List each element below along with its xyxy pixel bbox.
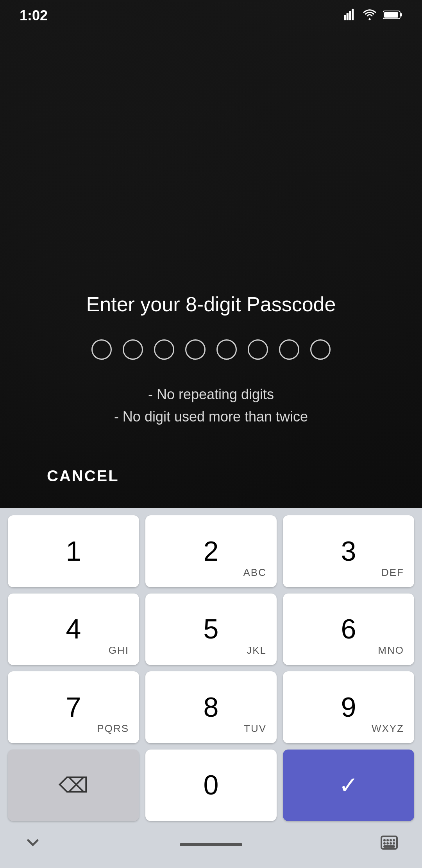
- status-icons: [344, 7, 402, 24]
- key-9-sub: WXYZ: [372, 723, 404, 735]
- confirm-button[interactable]: ✓: [283, 750, 414, 821]
- keyboard-row-1: 1 2 ABC 3 DEF: [8, 515, 414, 587]
- svg-rect-1: [347, 13, 349, 20]
- passcode-dot-1: [91, 339, 112, 360]
- confirm-icon: ✓: [339, 771, 358, 799]
- svg-rect-3: [352, 9, 354, 20]
- delete-button[interactable]: ⌫: [8, 750, 139, 821]
- battery-icon: [383, 7, 402, 24]
- key-4-sub: GHI: [109, 644, 129, 656]
- key-2[interactable]: 2 ABC: [145, 515, 277, 587]
- passcode-rules: - No repeating digits - No digit used mo…: [114, 383, 308, 428]
- key-4[interactable]: 4 GHI: [8, 594, 139, 665]
- key-4-main: 4: [66, 615, 81, 643]
- keyboard-row-3: 7 PQRS 8 TUV 9 WXYZ: [8, 671, 414, 743]
- key-8-sub: TUV: [244, 723, 266, 735]
- passcode-rule-1: - No repeating digits: [148, 386, 274, 402]
- keyboard-row-4: ⌫ 0 ✓: [8, 750, 414, 821]
- key-8-main: 8: [204, 694, 219, 721]
- key-2-sub: ABC: [243, 567, 266, 579]
- key-9-main: 9: [341, 694, 356, 721]
- passcode-dot-6: [248, 339, 268, 360]
- status-time: 1:02: [20, 7, 48, 24]
- key-8[interactable]: 8 TUV: [145, 671, 277, 743]
- svg-rect-0: [344, 15, 346, 20]
- key-5[interactable]: 5 JKL: [145, 594, 277, 665]
- key-3[interactable]: 3 DEF: [283, 515, 414, 587]
- delete-icon: ⌫: [59, 773, 88, 798]
- status-bar: 1:02: [0, 0, 422, 31]
- signal-icon: [344, 7, 356, 24]
- key-6-sub: MNO: [378, 644, 404, 656]
- key-3-sub: DEF: [381, 567, 404, 579]
- passcode-title: Enter your 8-digit Passcode: [86, 292, 336, 316]
- passcode-dot-3: [154, 339, 174, 360]
- key-3-main: 3: [341, 538, 356, 565]
- key-2-main: 2: [204, 538, 219, 565]
- bottom-bar: [0, 821, 422, 868]
- collapse-icon[interactable]: [23, 833, 42, 856]
- key-1-main: 1: [66, 538, 81, 565]
- key-5-sub: JKL: [247, 644, 266, 656]
- passcode-dot-2: [123, 339, 143, 360]
- key-6-main: 6: [341, 615, 356, 643]
- passcode-dot-4: [185, 339, 206, 360]
- key-7[interactable]: 7 PQRS: [8, 671, 139, 743]
- key-9[interactable]: 9 WXYZ: [283, 671, 414, 743]
- key-0-main: 0: [204, 771, 219, 799]
- key-7-sub: PQRS: [97, 723, 129, 735]
- main-content: Enter your 8-digit Passcode - No repeati…: [0, 0, 422, 516]
- key-0[interactable]: 0: [145, 750, 277, 821]
- passcode-dot-7: [279, 339, 299, 360]
- keyboard-container: 1 2 ABC 3 DEF 4 GHI 5 JKL 6 MNO: [0, 508, 422, 868]
- key-7-main: 7: [66, 694, 81, 721]
- svg-rect-5: [400, 13, 402, 16]
- key-1[interactable]: 1: [8, 515, 139, 587]
- passcode-dot-8: [310, 339, 331, 360]
- key-5-main: 5: [204, 615, 219, 643]
- svg-rect-6: [384, 12, 398, 18]
- keyboard-rows: 1 2 ABC 3 DEF 4 GHI 5 JKL 6 MNO: [0, 508, 422, 821]
- key-6[interactable]: 6 MNO: [283, 594, 414, 665]
- cancel-button[interactable]: CANCEL: [31, 459, 135, 493]
- home-indicator: [180, 843, 242, 846]
- wifi-icon: [363, 7, 377, 24]
- passcode-dot-5: [216, 339, 237, 360]
- keyboard-switch-icon[interactable]: [380, 833, 399, 856]
- svg-rect-2: [349, 11, 351, 20]
- passcode-dots: [91, 339, 331, 360]
- passcode-rule-2: - No digit used more than twice: [114, 409, 308, 425]
- keyboard-row-2: 4 GHI 5 JKL 6 MNO: [8, 594, 414, 665]
